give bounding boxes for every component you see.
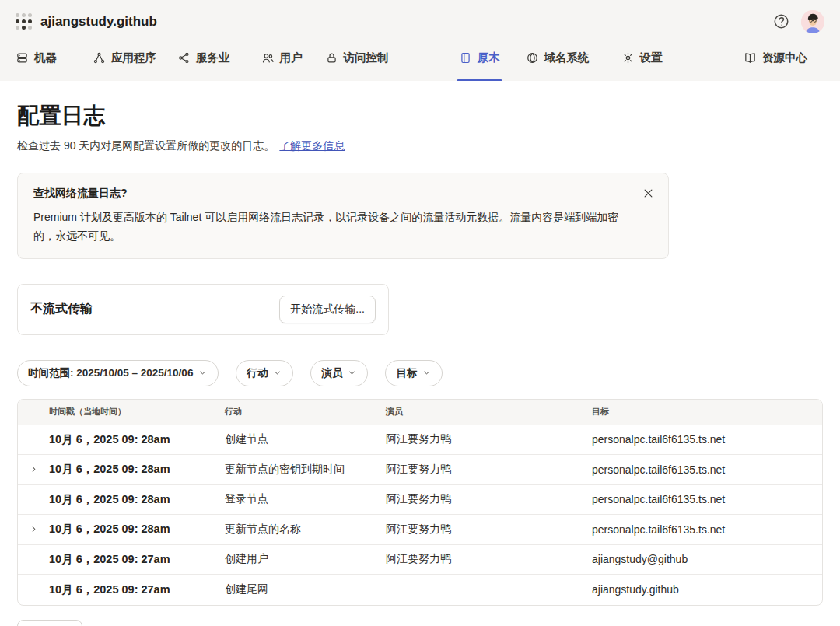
premium-plan-link[interactable]: Premium 计划 — [33, 211, 102, 223]
close-icon[interactable] — [641, 186, 656, 203]
nav-tab-dns[interactable]: 域名系统 — [526, 34, 590, 81]
table-body: 10月 6，2025 09: 28am创建节点阿江要努力鸭personalpc.… — [18, 425, 822, 605]
target-filter[interactable]: 目标 — [385, 360, 443, 386]
target-filter-label: 目标 — [396, 366, 417, 380]
config-log-table: 时间戳（当地时间） 行动 演员 目标 10月 6，2025 09: 28am创建… — [17, 399, 823, 606]
nav-tab-label: 用户 — [280, 51, 303, 65]
nav-tab-label: 服务业 — [196, 51, 230, 65]
nav-tab-label: 机器 — [34, 51, 57, 65]
log-target: personalpc.tail6f6135.ts.net — [592, 433, 822, 446]
nav-tab-resource-center[interactable]: 资源中心 — [744, 34, 807, 81]
nav-tab-logs[interactable]: 原木 — [459, 34, 500, 81]
page-title: 配置日志 — [17, 101, 823, 131]
apps-icon — [93, 51, 106, 65]
main-nav: 机器应用程序服务业用户访问控制原木域名系统设置资源中心 — [0, 34, 840, 81]
log-timestamp: 10月 6，2025 09: 28am — [49, 432, 225, 447]
users-icon — [261, 51, 275, 65]
expand-chevron-icon[interactable] — [29, 524, 39, 534]
nav-tab-label: 应用程序 — [111, 51, 156, 65]
log-target: personalpc.tail6f6135.ts.net — [592, 523, 822, 536]
machines-icon — [16, 51, 29, 65]
time-range-filter[interactable]: 时间范围: 2025/10/05 – 2025/10/06 — [17, 360, 219, 386]
log-actor: 阿江要努力鸭 — [386, 492, 592, 506]
nav-tab-apps[interactable]: 应用程序 — [93, 34, 156, 81]
user-avatar[interactable] — [801, 10, 824, 33]
actor-filter[interactable]: 演员 — [310, 360, 368, 386]
log-timestamp: 10月 6，2025 09: 27am — [49, 582, 225, 597]
col-timestamp: 时间戳（当地时间） — [49, 406, 225, 418]
table-row: 10月 6，2025 09: 27am创建尾网ajiangstudy.githu… — [18, 575, 822, 605]
tailscale-logo-icon[interactable] — [16, 13, 32, 30]
nav-tab-services[interactable]: 服务业 — [177, 34, 230, 81]
log-actor: 阿江要努力鸭 — [386, 523, 592, 537]
nav-tab-settings[interactable]: 设置 — [621, 34, 663, 81]
expand-chevron-icon[interactable] — [29, 464, 39, 474]
chevron-down-icon — [272, 368, 282, 378]
globe-icon — [526, 51, 539, 65]
org-name[interactable]: ajiangstudy.github — [40, 14, 157, 30]
topbar-right — [772, 10, 824, 33]
log-target: ajiangstudy.github — [592, 583, 822, 596]
gear-icon — [621, 51, 635, 65]
log-target: ajiangstudy@github — [592, 553, 822, 565]
topbar: ajiangstudy.github — [0, 0, 840, 34]
export-logs-button[interactable]: 导出日志 — [17, 620, 82, 626]
log-target: personalpc.tail6f6135.ts.net — [592, 463, 822, 476]
nav-tab-label: 访问控制 — [344, 51, 389, 65]
actor-filter-label: 演员 — [321, 366, 342, 380]
log-action: 创建尾网 — [225, 582, 386, 596]
log-action: 创建节点 — [225, 432, 386, 446]
chevron-down-icon — [347, 368, 357, 378]
nav-tab-machines[interactable]: 机器 — [16, 34, 57, 81]
nav-tab-label: 资源中心 — [762, 51, 807, 65]
col-target: 目标 — [592, 406, 822, 418]
help-icon[interactable] — [772, 12, 790, 30]
col-actor: 演员 — [386, 406, 592, 418]
log-actor: 阿江要努力鸭 — [386, 552, 592, 566]
nav-tab-access-controls[interactable]: 访问控制 — [325, 34, 389, 81]
log-timestamp: 10月 6，2025 09: 27am — [49, 552, 225, 567]
description-text: 检查过去 90 天内对尾网配置设置所做的更改的日志。 — [17, 139, 275, 152]
services-icon — [177, 51, 191, 65]
nav-tab-label: 域名系统 — [544, 51, 590, 65]
open-book-icon — [744, 51, 757, 65]
logs-icon — [459, 51, 472, 65]
header-strip: ajiangstudy.github — [0, 0, 840, 81]
main-content: 配置日志 检查过去 90 天内对尾网配置设置所做的更改的日志。了解更多信息 查找… — [0, 101, 840, 626]
start-streaming-button[interactable]: 开始流式传输... — [279, 296, 376, 323]
flow-logs-banner: 查找网络流量日志? Premium 计划及更高版本的 Tailnet 可以启用网… — [17, 173, 669, 259]
log-actor: 阿江要努力鸭 — [386, 463, 592, 477]
table-header: 时间戳（当地时间） 行动 演员 目标 — [18, 400, 822, 425]
nav-tab-label: 原木 — [478, 51, 500, 65]
learn-more-link[interactable]: 了解更多信息 — [279, 139, 345, 152]
log-timestamp: 10月 6，2025 09: 28am — [49, 492, 225, 507]
banner-title: 查找网络流量日志? — [33, 187, 653, 201]
banner-body: Premium 计划及更高版本的 Tailnet 可以启用网络流日志记录，以记录… — [33, 208, 632, 246]
nav-tab-label: 设置 — [640, 51, 663, 65]
action-filter-label: 行动 — [247, 366, 268, 380]
network-flow-logs-link[interactable]: 网络流日志记录 — [248, 211, 324, 223]
log-timestamp: 10月 6，2025 09: 28am — [49, 462, 225, 477]
chevron-down-icon — [422, 368, 432, 378]
banner-text: 及更高版本的 Tailnet 可以启用 — [102, 211, 248, 223]
log-actor: 阿江要努力鸭 — [386, 432, 592, 446]
streaming-status: 不流式传输 — [30, 301, 93, 317]
page-description: 检查过去 90 天内对尾网配置设置所做的更改的日志。了解更多信息 — [17, 139, 823, 153]
action-filter[interactable]: 行动 — [236, 360, 293, 386]
col-action: 行动 — [225, 406, 386, 418]
log-action: 更新节点的名称 — [225, 523, 386, 537]
table-row: 10月 6，2025 09: 27am创建用户阿江要努力鸭ajiangstudy… — [18, 545, 822, 575]
table-row: 10月 6，2025 09: 28am更新节点的密钥到期时间阿江要努力鸭pers… — [18, 455, 822, 485]
table-row: 10月 6，2025 09: 28am登录节点阿江要努力鸭personalpc.… — [18, 485, 822, 516]
nav-tab-users[interactable]: 用户 — [261, 34, 303, 81]
time-range-label: 时间范围: 2025/10/05 – 2025/10/06 — [28, 366, 193, 380]
streaming-card: 不流式传输 开始流式传输... — [17, 284, 389, 335]
table-row: 10月 6，2025 09: 28am创建节点阿江要努力鸭personalpc.… — [18, 425, 822, 456]
lock-icon — [325, 51, 338, 65]
log-action: 更新节点的密钥到期时间 — [225, 463, 386, 477]
filter-bar: 时间范围: 2025/10/05 – 2025/10/06 行动 演员 目标 — [17, 360, 823, 386]
log-target: personalpc.tail6f6135.ts.net — [592, 493, 822, 505]
log-action: 登录节点 — [225, 492, 386, 506]
log-timestamp: 10月 6，2025 09: 28am — [49, 522, 225, 537]
table-row: 10月 6，2025 09: 28am更新节点的名称阿江要努力鸭personal… — [18, 515, 822, 545]
